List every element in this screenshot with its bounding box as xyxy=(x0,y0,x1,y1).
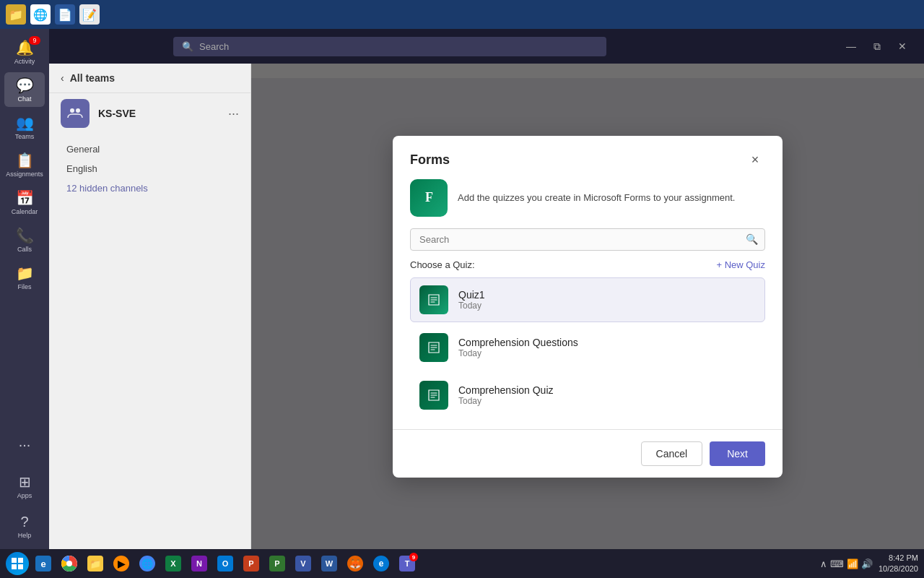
teams-icon: 👥 xyxy=(16,114,34,131)
sidebar-item-activity[interactable]: 🔔 9 Activity xyxy=(4,35,45,69)
taskbar-top: 📁 🌐 📄 📝 xyxy=(0,0,924,29)
search-wrap: 🔍 xyxy=(410,228,765,251)
header-right: — ⧉ ✕ xyxy=(840,38,912,56)
tray-arrow-icon[interactable]: ∧ xyxy=(820,558,827,569)
assignments-label: Assignments xyxy=(6,171,43,178)
system-tray: ∧ ⌨ 📶 🔊 xyxy=(820,558,873,569)
teams-sidebar: ‹ All teams KS-SVE ··· General xyxy=(49,64,251,549)
minimize-button[interactable]: — xyxy=(840,38,862,55)
modal-title: Forms xyxy=(410,152,450,168)
clock-date: 10/28/2020 xyxy=(879,564,918,574)
taskbar-app-winamp[interactable]: ▶ xyxy=(110,552,133,575)
choose-quiz-label: Choose a Quiz: + New Quiz xyxy=(410,259,765,270)
team-menu-icon[interactable]: ··· xyxy=(228,106,239,121)
activity-badge: 9 xyxy=(29,36,40,45)
sidebar-item-calls[interactable]: 📞 Calls xyxy=(4,223,45,257)
forms-modal: Forms × F Add the quizzes you create in … xyxy=(393,136,783,478)
choose-quiz-text: Choose a Quiz: xyxy=(410,259,475,270)
taskbar-bottom: e 📁 ▶ 🌐 X N O P P V W 🦊 e xyxy=(0,549,924,578)
taskbar-app-teams[interactable]: T 9 xyxy=(396,552,419,575)
taskbar-app-chrome[interactable] xyxy=(58,552,81,575)
calls-icon: 📞 xyxy=(16,227,34,244)
modal-search-input[interactable] xyxy=(410,228,765,251)
help-label: Help xyxy=(18,532,32,539)
taskbar-app-excel[interactable]: X xyxy=(162,552,185,575)
calls-label: Calls xyxy=(17,246,32,253)
main-area: 🔍 — ⧉ ✕ ‹ All teams xyxy=(49,29,924,549)
new-quiz-button[interactable]: + New Quiz xyxy=(716,259,765,270)
taskbar-app-word[interactable]: W xyxy=(318,552,341,575)
search-input[interactable] xyxy=(199,41,598,52)
quiz-name-2: Comprehension Quiz xyxy=(458,384,554,396)
sidebar-item-assignments[interactable]: 📋 Assignments xyxy=(4,147,45,182)
help-icon: ? xyxy=(20,514,28,530)
channel-item-hidden[interactable]: 12 hidden channels xyxy=(49,178,250,198)
team-name: KS-SVE xyxy=(98,108,136,119)
taskbar-app-chrome2[interactable]: 🌐 xyxy=(136,552,159,575)
taskbar-app-edge[interactable]: e xyxy=(370,552,393,575)
modal-header: Forms × xyxy=(393,136,783,179)
sidebar-item-calendar[interactable]: 📅 Calendar xyxy=(4,185,45,220)
svg-rect-2 xyxy=(12,558,17,563)
sidebar-item-chat[interactable]: 💬 Chat xyxy=(4,72,45,107)
sidebar-item-apps[interactable]: ⊞ Apps xyxy=(4,469,45,504)
files-icon: 📁 xyxy=(16,264,34,282)
taskbar-right: ∧ ⌨ 📶 🔊 8:42 PM 10/28/2020 xyxy=(820,553,918,575)
chat-icon: 💬 xyxy=(16,77,34,94)
more-icon: ··· xyxy=(19,436,31,453)
left-rail: 🔔 9 Activity 💬 Chat 👥 Teams 📋 Assignment… xyxy=(0,29,49,549)
calendar-label: Calendar xyxy=(12,208,38,215)
svg-rect-3 xyxy=(18,558,23,563)
taskbar-app-visio[interactable]: V xyxy=(292,552,315,575)
system-clock[interactable]: 8:42 PM 10/28/2020 xyxy=(879,553,918,575)
channel-list: General English 12 hidden channels xyxy=(49,134,250,204)
content-pane: Forms × F Add the quizzes you create in … xyxy=(251,64,924,549)
modal-overlay: Forms × F Add the quizzes you create in … xyxy=(251,64,924,549)
apps-icon: ⊞ xyxy=(19,473,31,491)
modal-search-icon: 🔍 xyxy=(746,233,758,245)
back-button[interactable]: ‹ xyxy=(61,72,64,84)
cancel-button[interactable]: Cancel xyxy=(641,441,703,466)
chat-label: Chat xyxy=(17,95,31,103)
network-icon: 📶 xyxy=(847,558,858,569)
quiz-item-2[interactable]: Comprehension Quiz Today xyxy=(410,373,765,418)
taskbar-top-icon-app4[interactable]: 📝 xyxy=(79,4,100,25)
sidebar-item-help[interactable]: ? Help xyxy=(4,509,45,543)
quiz-thumb-1 xyxy=(419,333,448,362)
taskbar-app-powerpoint[interactable]: P xyxy=(240,552,263,575)
svg-rect-4 xyxy=(12,564,17,569)
taskbar-app-ie[interactable]: e xyxy=(32,552,55,575)
modal-close-button[interactable]: × xyxy=(745,150,765,171)
channel-item-english[interactable]: English xyxy=(49,159,250,178)
sidebar-item-more[interactable]: ··· xyxy=(4,432,45,457)
quiz-item-1[interactable]: Comprehension Questions Today xyxy=(410,325,765,370)
quiz-date-1: Today xyxy=(458,348,578,358)
sidebar-item-files[interactable]: 📁 Files xyxy=(4,260,45,295)
sidebar-item-teams[interactable]: 👥 Teams xyxy=(4,110,45,144)
taskbar-app-firefox[interactable]: 🦊 xyxy=(344,552,367,575)
quiz-thumb-2 xyxy=(419,381,448,410)
channel-item-general[interactable]: General xyxy=(49,139,250,159)
quiz-info-1: Comprehension Questions Today xyxy=(458,337,578,358)
maximize-button[interactable]: ⧉ xyxy=(868,38,886,56)
taskbar-app-onenote[interactable]: N xyxy=(188,552,211,575)
taskbar-app-outlook[interactable]: O xyxy=(214,552,237,575)
close-button[interactable]: ✕ xyxy=(892,38,912,55)
taskbar-top-icon-chrome[interactable]: 🌐 xyxy=(30,4,51,25)
quiz-item-0[interactable]: Quiz1 Today xyxy=(410,277,765,322)
next-button[interactable]: Next xyxy=(710,441,765,466)
apps-label: Apps xyxy=(17,492,32,499)
start-button[interactable] xyxy=(6,552,29,575)
clock-time: 8:42 PM xyxy=(879,553,918,564)
forms-description: Add the quizzes you create in Microsoft … xyxy=(458,191,735,205)
teams-header: 🔍 — ⧉ ✕ xyxy=(49,29,924,64)
taskbar-top-icon-word[interactable]: 📄 xyxy=(55,4,75,25)
team-icon xyxy=(61,99,90,128)
team-item-kssve[interactable]: KS-SVE ··· xyxy=(49,93,250,134)
taskbar-top-icon-folder[interactable]: 📁 xyxy=(6,4,26,25)
taskbar-app-project[interactable]: P xyxy=(266,552,289,575)
quiz-info-2: Comprehension Quiz Today xyxy=(458,384,554,406)
taskbar-app-explorer[interactable]: 📁 xyxy=(84,552,107,575)
volume-icon[interactable]: 🔊 xyxy=(861,558,873,569)
forms-logo: F xyxy=(410,179,448,217)
